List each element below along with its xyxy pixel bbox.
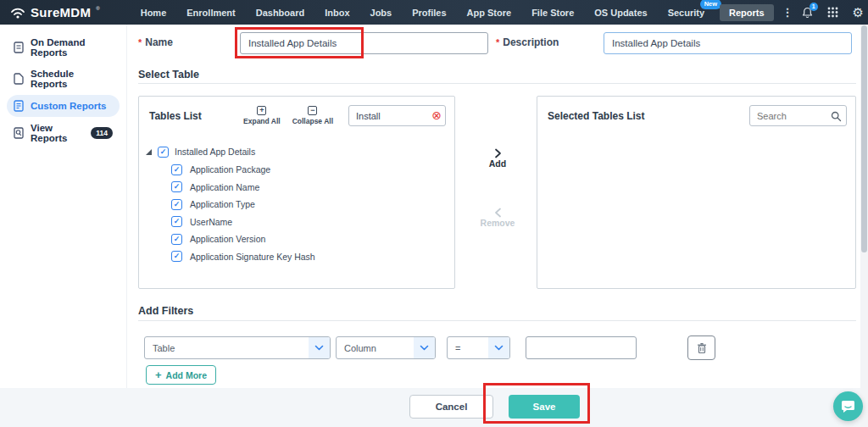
nav-item-home[interactable]: Home xyxy=(131,4,177,21)
form-footer: Cancel Save xyxy=(0,388,868,427)
tree-node-username[interactable]: ✓ UserName xyxy=(171,214,454,231)
filter-operator-select[interactable]: = xyxy=(447,336,510,359)
tree-node-application-version[interactable]: ✓ Application Version xyxy=(171,230,454,248)
plus-icon: + xyxy=(155,369,162,380)
sidebar-item-label: Schedule Reports xyxy=(31,69,113,89)
filter-column-select[interactable]: Column xyxy=(336,336,436,359)
notification-count-badge: 1 xyxy=(810,3,818,11)
nav-item-enrollment[interactable]: Enrollment xyxy=(176,4,245,21)
nav-item-jobs[interactable]: Jobs xyxy=(360,4,403,21)
wifi-logo-icon xyxy=(10,7,25,19)
description-input[interactable] xyxy=(604,32,852,54)
nav-item-app-store[interactable]: App Store xyxy=(457,4,522,21)
nav-item-os-updates[interactable]: OS Updates xyxy=(584,4,657,21)
filter-value-input[interactable] xyxy=(526,336,637,359)
select-table-heading: Select Table xyxy=(138,69,199,80)
selected-tables-panel: Selected Tables List xyxy=(537,96,856,289)
suremdm-app: SureMDM ® Home Enrollment Dashboard Inbo… xyxy=(0,0,868,427)
navbar-right-icons: 1 ⚙ xyxy=(802,6,867,19)
kebab-menu-icon[interactable]: ⋮ xyxy=(774,6,802,19)
checkbox-application-package[interactable]: ✓ xyxy=(171,164,182,175)
name-label: *Name xyxy=(138,36,173,48)
name-input[interactable] xyxy=(240,32,488,54)
nav-item-reports[interactable]: Reports xyxy=(720,4,774,21)
nav-item-file-store[interactable]: File Store xyxy=(521,4,584,21)
tables-list-header: Tables List + Expand All − Collapse All … xyxy=(139,97,454,131)
custom-report-form: *Name *Description Select Table Tables L… xyxy=(127,25,861,388)
view-report-icon xyxy=(14,127,24,139)
settings-gear-icon[interactable]: ⚙ xyxy=(853,6,864,19)
nav-item-inbox[interactable]: Inbox xyxy=(314,4,359,21)
tables-tree: ✓ Installed App Details ✓ Application Pa… xyxy=(139,131,454,265)
cancel-button[interactable]: Cancel xyxy=(409,395,493,419)
support-chat-button[interactable] xyxy=(833,391,863,421)
collapse-all-button[interactable]: − Collapse All xyxy=(292,106,333,125)
grid-icon xyxy=(827,7,838,18)
chevron-down-icon xyxy=(414,337,435,358)
tables-list-panel: Tables List + Expand All − Collapse All … xyxy=(138,96,455,289)
collapse-all-icon: − xyxy=(308,106,317,115)
clear-search-icon[interactable]: ⊗ xyxy=(431,109,442,121)
checkbox-application-type[interactable]: ✓ xyxy=(171,199,182,210)
add-tables-button[interactable]: Add xyxy=(476,148,519,169)
collapse-node-icon[interactable] xyxy=(146,149,152,155)
description-label: *Description xyxy=(496,36,559,48)
nav-links: Home Enrollment Dashboard Inbox Jobs Pro… xyxy=(131,4,802,21)
brand-logo[interactable]: SureMDM ® xyxy=(10,5,100,19)
required-marker: * xyxy=(138,37,142,47)
tree-node-installed-app-details[interactable]: ✓ Installed App Details xyxy=(146,143,454,160)
tree-node-application-package[interactable]: ✓ Application Package xyxy=(171,161,454,179)
sidebar-item-schedule-reports[interactable]: Schedule Reports xyxy=(7,64,120,94)
vertical-scrollbar[interactable] xyxy=(860,25,868,427)
apps-grid-button[interactable] xyxy=(827,7,838,18)
transfer-controls: Add Remove xyxy=(476,96,519,289)
chevron-down-icon xyxy=(309,337,330,358)
brand-name: SureMDM xyxy=(31,5,91,19)
sidebar-item-label: View Reports xyxy=(31,123,84,143)
scrollbar-thumb[interactable] xyxy=(861,25,867,252)
tree-node-application-signature-key-hash[interactable]: ✓ Application Signature Key Hash xyxy=(171,248,454,266)
save-button[interactable]: Save xyxy=(509,395,580,419)
brand-trademark: ® xyxy=(96,6,99,11)
tree-children: ✓ Application Package ✓ Application Name… xyxy=(171,161,454,265)
chat-icon xyxy=(841,399,855,413)
nav-item-profiles[interactable]: Profiles xyxy=(402,4,456,21)
expand-all-icon: + xyxy=(257,106,266,115)
tables-search: ⊗ xyxy=(348,105,446,126)
section-divider xyxy=(138,83,856,84)
document-icon xyxy=(14,73,24,85)
top-navbar: SureMDM ® Home Enrollment Dashboard Inbo… xyxy=(0,0,868,25)
nav-item-security[interactable]: SecurityNew xyxy=(658,4,715,21)
search-icon xyxy=(831,110,842,125)
checkbox-application-signature-key-hash[interactable]: ✓ xyxy=(171,251,182,262)
tree-node-application-name[interactable]: ✓ Application Name xyxy=(171,179,454,197)
chevron-down-icon xyxy=(488,337,509,358)
checkbox-username[interactable]: ✓ xyxy=(171,216,182,227)
reports-sidebar: On Demand Reports Schedule Reports Custo… xyxy=(0,25,127,388)
checkbox-installed-app-details[interactable]: ✓ xyxy=(158,147,169,158)
checkbox-application-name[interactable]: ✓ xyxy=(171,181,182,192)
report-doc-icon xyxy=(14,42,24,53)
add-filters-heading: Add Filters xyxy=(138,305,193,317)
sidebar-item-on-demand-reports[interactable]: On Demand Reports xyxy=(7,32,120,63)
sidebar-item-label: Custom Reports xyxy=(31,101,106,111)
expand-all-button[interactable]: + Expand All xyxy=(243,106,281,125)
sidebar-item-view-reports[interactable]: View Reports 114 xyxy=(7,118,120,148)
section-divider xyxy=(138,320,856,321)
tree-node-application-type[interactable]: ✓ Application Type xyxy=(171,196,454,214)
add-more-filter-button[interactable]: + Add More xyxy=(146,365,216,385)
sidebar-item-custom-reports[interactable]: Custom Reports xyxy=(7,95,120,117)
remove-tables-button[interactable]: Remove xyxy=(476,208,519,228)
delete-filter-button[interactable] xyxy=(687,336,715,360)
tables-list-title: Tables List xyxy=(149,110,202,122)
notifications-button[interactable]: 1 xyxy=(802,7,813,19)
chevron-left-icon xyxy=(494,208,502,218)
chevron-right-icon xyxy=(494,148,502,158)
nav-item-dashboard[interactable]: Dashboard xyxy=(246,4,314,21)
filter-table-select[interactable]: Table xyxy=(144,336,331,359)
view-reports-count-badge: 114 xyxy=(91,127,113,139)
sidebar-item-label: On Demand Reports xyxy=(31,37,113,58)
checkbox-application-version[interactable]: ✓ xyxy=(171,234,182,245)
selected-tables-title: Selected Tables List xyxy=(548,110,645,122)
required-marker: * xyxy=(496,37,499,47)
